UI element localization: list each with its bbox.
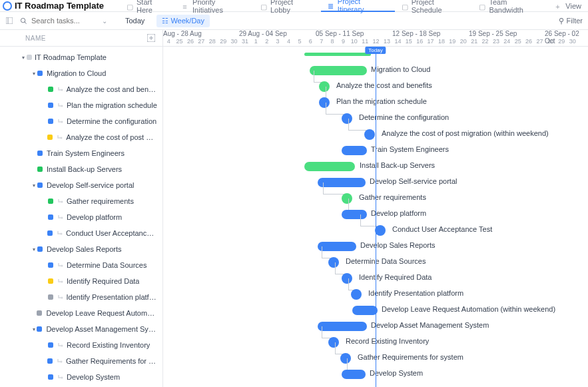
svg-point-11 [61, 201, 63, 203]
tab-start-here[interactable]: ▢Start Here [120, 0, 176, 12]
svg-rect-0 [6, 17, 13, 24]
status-dot [37, 71, 43, 76]
gantt-bar-label: Develop Self-service portal [370, 177, 457, 185]
gantt-milestone[interactable] [342, 193, 352, 204]
subtask-row[interactable]: Identify Presentation platform [0, 289, 162, 305]
task-row[interactable]: Develop Leave Request Automation [0, 305, 162, 321]
day-label: 3 [272, 38, 283, 47]
subtask-row[interactable]: Develop System [0, 369, 162, 385]
gantt-milestone[interactable] [340, 353, 351, 364]
list-icon [27, 55, 32, 60]
gantt-body[interactable]: TodayMigration to CloudAnalyze the cost … [163, 47, 588, 387]
gantt-bar-label: Determine the configuration [359, 113, 449, 121]
tab-project-schedule[interactable]: ▢Project Schedule [395, 0, 473, 12]
day-label: 1 [250, 38, 261, 47]
caret-icon[interactable]: ▾ [31, 326, 37, 332]
task-label: Develop Self-service portal [47, 181, 134, 189]
gantt-bar-label: Plan the migration schedule [336, 97, 427, 105]
task-row[interactable]: ▾Develop Sales Reports [0, 241, 162, 257]
zoom-button[interactable]: ☷ Week/Day [156, 15, 210, 27]
subtask-row[interactable]: Determine the configuration [0, 113, 162, 129]
today-button[interactable]: Today [120, 15, 150, 27]
gantt-milestone[interactable] [375, 225, 386, 236]
add-column-button[interactable] [147, 33, 156, 43]
search-wrap[interactable]: ⌄ [20, 17, 113, 25]
gantt-bar-label: Identify Presentation platform [368, 289, 463, 297]
dependency-connector [347, 358, 348, 370]
calendar-icon: ▢ [402, 3, 408, 9]
subtask-icon [57, 118, 64, 125]
search-input[interactable] [31, 17, 98, 25]
day-label: 6 [305, 38, 316, 47]
subtask-row[interactable]: Identify Required Data [0, 273, 162, 289]
gantt-bar-label: Record Existing Inventory [346, 337, 429, 345]
svg-point-15 [61, 281, 63, 283]
filter-button[interactable]: ⚲ Filter [559, 17, 583, 25]
calendar-icon: ☷ [162, 17, 170, 25]
gantt-milestone[interactable] [364, 129, 375, 140]
day-label: 11 [360, 38, 370, 47]
plus-icon: + [555, 3, 562, 9]
subtask-row[interactable]: Record Existing Inventory [0, 337, 162, 353]
task-row[interactable]: ▾Develop Self-service portal [0, 177, 162, 193]
gantt-icon: ≣ [328, 2, 334, 9]
subtask-row[interactable]: Gather requirements [0, 193, 162, 209]
tab-project-itinerary[interactable]: ≣Project Itinerary [321, 0, 395, 12]
gantt-bar[interactable] [304, 162, 355, 171]
gantt-milestone[interactable] [319, 81, 330, 92]
subtask-row[interactable]: Plan the migration schedule [0, 97, 162, 113]
subtask-icon [57, 86, 64, 93]
dependency-connector [348, 119, 367, 131]
tab-label: Start Here [137, 0, 169, 14]
gantt-bar-label: Develop Leave Request Automation (within… [382, 305, 555, 313]
panel-toggle-icon[interactable] [5, 17, 13, 24]
subtask-icon [57, 262, 64, 268]
brand-title: IT Roadmap Template [15, 1, 104, 11]
caret-icon[interactable]: ▾ [20, 55, 27, 61]
gantt-bar-label: Develop Sales Reports [360, 241, 436, 249]
status-dot [48, 374, 53, 380]
task-row[interactable]: ▾Migration to Cloud [0, 65, 162, 81]
dependency-connector [348, 278, 354, 290]
gantt-bar[interactable] [352, 306, 378, 315]
subtask-row[interactable]: Determine Data Sources [0, 257, 162, 273]
task-row[interactable]: Train System Engineers [0, 145, 162, 161]
subtask-row[interactable]: Gather Requirements for syst... [0, 353, 162, 369]
task-label: Gather requirements [67, 197, 134, 205]
subtask-row[interactable]: Conduct User Acceptance Test [0, 225, 162, 241]
svg-point-13 [61, 233, 63, 235]
subtask-row[interactable]: Develop platform [0, 209, 162, 225]
status-dot [37, 326, 42, 332]
subtask-row[interactable]: Analyze the cost and benefits [0, 81, 162, 97]
caret-icon[interactable]: ▾ [31, 71, 37, 77]
tab-label: Priority Initiatives [192, 0, 247, 14]
tab-team-bandwidth[interactable]: ▢Team Bandwidth [472, 0, 549, 12]
status-dot [48, 294, 53, 300]
week-range-label: 26 Sep - 02 Oct [545, 30, 588, 45]
subtask-icon [57, 102, 64, 109]
subtask-row[interactable]: Analyze the cost of post mig... [0, 129, 162, 145]
task-label: Identify Required Data [67, 277, 139, 285]
project-row[interactable]: ▾IT Roadmap Template [0, 49, 162, 65]
day-label: 21 [469, 38, 479, 47]
gantt-bar[interactable] [342, 370, 366, 379]
status-dot [47, 230, 53, 236]
caret-icon[interactable]: ▾ [31, 183, 37, 189]
tab-project-lobby[interactable]: ▢Project Lobby [254, 0, 321, 12]
dependency-connector [335, 262, 344, 274]
chevron-down-icon[interactable]: ⌄ [102, 17, 107, 25]
gantt-summary-bar[interactable] [304, 53, 371, 56]
task-row[interactable]: ▾Develop Asset Management System [0, 321, 162, 337]
timeline-header: Aug - 28 Aug29 Aug - 04 Sep05 Sep - 11 S… [163, 30, 588, 47]
gantt-milestone[interactable] [351, 289, 362, 300]
tab-view[interactable]: +View [549, 0, 588, 12]
subtask-icon [57, 358, 63, 364]
caret-icon[interactable]: ▾ [31, 246, 37, 252]
task-label: Analyze the cost and benefits [67, 85, 158, 93]
gantt-bar-label: Gather requirements [359, 193, 426, 201]
task-row[interactable]: Install Back-up Servers [0, 161, 162, 177]
tab-priority-initiatives[interactable]: ≡Priority Initiatives [176, 0, 254, 12]
status-dot [37, 167, 43, 172]
gantt-bar[interactable] [342, 146, 367, 155]
gantt-bar-label: Identify Required Data [359, 273, 432, 281]
